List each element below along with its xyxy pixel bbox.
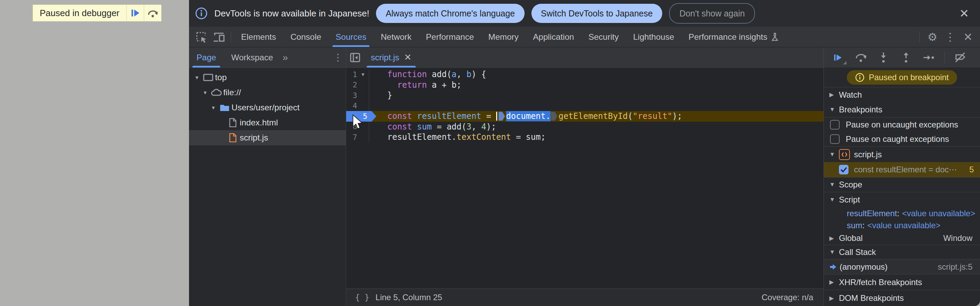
step-button[interactable] [919,49,938,66]
file-navigator: Page Workspace » ⋮ ▾top▾file://▾Users/us… [189,47,346,306]
pause-uncaught-checkbox[interactable] [830,120,840,129]
code-editor[interactable]: 5 1▼function add(a, b) {2 return a + b;3… [346,68,824,288]
breakpoint-entry[interactable]: const resultElement = doc⋯ 5 [824,162,980,177]
scope-var-sum[interactable]: sum: <value unavailable> [824,219,980,232]
notification-close-button[interactable]: ✕ [955,8,974,19]
code-line-3[interactable]: 3} [346,90,824,101]
toolbar-divider-right [920,31,920,43]
line-content[interactable]: const sum = add(3, 4); [369,122,824,132]
tree-item-index-html[interactable]: index.html [189,115,346,130]
tab-lighthouse[interactable]: Lighthouse [626,27,681,47]
code-line-5[interactable]: const resultElement = document.getElemen… [346,111,824,122]
inline-breakpoint-active-icon[interactable] [499,112,505,121]
pause-caught-checkbox[interactable] [830,134,840,144]
breakpoint-line-number: 5 [969,165,974,174]
code-line-4[interactable]: 4 [346,101,824,112]
code-line-7[interactable]: 7resultElement.textContent = sum; [346,132,824,143]
step-into-icon [878,52,889,64]
tab-network[interactable]: Network [374,27,419,47]
device-toolbar-button[interactable] [210,29,228,45]
line-number[interactable]: 3 [346,91,357,100]
tab-label: Sources [336,32,366,42]
line-content[interactable]: } [369,90,824,101]
breakpoint-checkbox[interactable] [839,165,848,174]
pretty-print-button[interactable]: { } [355,293,369,302]
dont-show-again-button[interactable]: Don't show again [669,3,755,24]
scope-script-group[interactable]: ▼ Script [824,192,980,207]
tab-console[interactable]: Console [283,27,328,47]
line-number[interactable]: 1 [346,70,357,79]
settings-gear-button[interactable]: ⚙ [924,30,940,43]
call-stack-frame[interactable]: (anonymous) script.js:5 [824,260,980,274]
tab-page[interactable]: Page [189,47,224,67]
code-token: = sum; [511,132,546,142]
section-dom-breakpoints[interactable]: ▶ DOM Breakpoints [824,290,980,306]
panel-tabs: ElementsConsoleSourcesNetworkPerformance… [234,27,786,47]
step-into-button[interactable] [874,49,893,66]
editor-tab-scriptjs[interactable]: script.js ✕ [364,47,418,67]
switch-to-japanese-button[interactable]: Switch DevTools to Japanese [531,4,663,23]
fold-toggle-icon[interactable]: ▼ [357,69,369,80]
code-token: "result" [633,112,673,121]
more-tabs-button[interactable]: » [280,52,290,63]
tab-sources[interactable]: Sources [328,27,374,47]
section-breakpoints[interactable]: ▼ Breakpoints [824,102,980,117]
file-tree: ▾top▾file://▾Users/user/projectindex.htm… [189,68,346,306]
tab-security[interactable]: Security [581,27,626,47]
devtools-close-button[interactable]: ✕ [960,30,976,43]
step-out-button[interactable] [896,49,916,66]
code-token [387,80,397,90]
navigator-menu-button[interactable]: ⋮ [330,52,346,63]
pause-caught-row[interactable]: Pause on caught exceptions [824,132,980,147]
tab-elements[interactable]: Elements [234,27,283,47]
tab-workspace[interactable]: Workspace [224,47,280,67]
frame-location: script.js:5 [938,262,980,272]
line-content[interactable]: function add(a, b) { [369,69,824,80]
code-line-2[interactable]: 2 return a + b; [346,80,824,91]
breakpoints-label: Breakpoints [839,105,882,115]
tree-item-Users-user-project[interactable]: ▾Users/user/project [189,100,346,115]
tab-application[interactable]: Application [526,27,581,47]
line-content[interactable]: resultElement.textContent = sum; [369,132,824,143]
devtools-toolbar: ElementsConsoleSourcesNetworkPerformance… [189,27,980,47]
line-number[interactable]: 4 [346,101,357,110]
line-content[interactable]: const resultElement = document.getElemen… [369,111,824,122]
tab-label: Performance insights [689,32,767,42]
step-over-button[interactable] [144,5,161,21]
tree-item-script-js[interactable]: script.js [189,130,346,145]
pause-uncaught-row[interactable]: Pause on uncaught exceptions [824,117,980,132]
tab-memory[interactable]: Memory [481,27,526,47]
section-xhr-breakpoints[interactable]: ▶ XHR/fetch Breakpoints [824,274,980,290]
section-scope[interactable]: ▼ Scope [824,177,980,192]
resume-dropdown-icon [843,61,846,64]
line-content[interactable] [369,101,824,112]
always-match-language-button[interactable]: Always match Chrome's language [376,4,524,23]
inspect-element-button[interactable] [192,29,210,45]
line-content[interactable]: return a + b; [369,80,824,91]
breakpoint-group-scriptjs[interactable]: ▼ script.js [824,146,980,162]
editor-tab-close-icon[interactable]: ✕ [404,52,412,63]
tab-label: Network [381,32,412,42]
line-number[interactable]: 7 [346,133,357,142]
tab-performance-insights[interactable]: Performance insights [681,27,786,47]
step-over-button[interactable] [851,49,870,66]
chevron-down-icon: ▾ [209,104,218,112]
scope-var-resultelement[interactable]: resultElement: <value unavailable> [824,207,980,220]
inline-breakpoint-icon[interactable] [551,112,557,121]
collapse-sidebar-button[interactable] [346,50,364,65]
code-line-6[interactable]: 6const sum = add(3, 4); [346,122,824,132]
scope-global-group[interactable]: ▶ Global Window [824,232,980,245]
code-token: a + b; [427,80,461,90]
tree-item-file-[interactable]: ▾file:// [189,85,346,100]
section-watch[interactable]: ▶ Watch [824,87,980,102]
line-number[interactable]: 2 [346,81,357,89]
resume-button[interactable] [829,49,848,66]
code-line-1[interactable]: 1▼function add(a, b) { [346,69,824,80]
deactivate-breakpoints-button[interactable] [951,49,970,66]
tree-item-top[interactable]: ▾top [189,70,346,85]
resume-script-button[interactable] [126,5,144,21]
fold-gutter [357,132,369,143]
section-call-stack[interactable]: ▼ Call Stack [824,245,980,260]
tab-performance[interactable]: Performance [419,27,481,47]
more-options-button[interactable]: ⋮ [942,30,958,43]
